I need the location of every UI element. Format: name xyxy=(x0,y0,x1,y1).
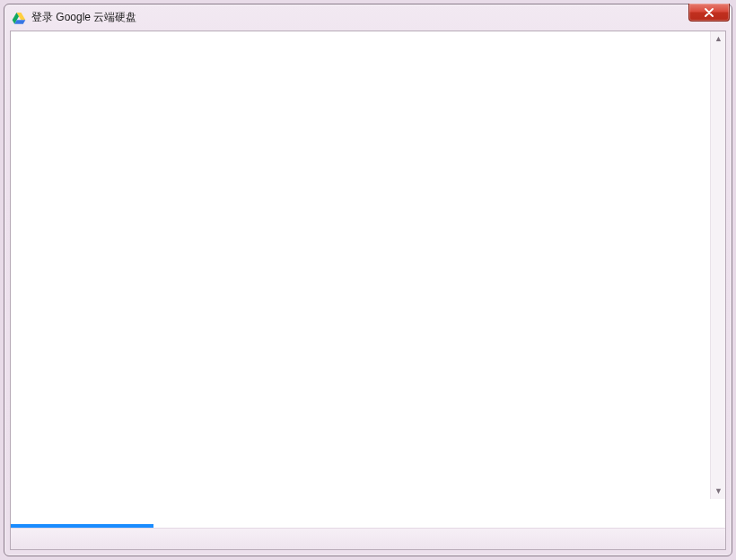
client-area: ▲ ▼ xyxy=(10,31,726,550)
google-drive-icon xyxy=(12,11,26,25)
loading-progress-fill xyxy=(11,524,153,528)
content-pane: ▲ ▼ xyxy=(11,31,725,524)
loading-progress-bar xyxy=(11,524,725,528)
status-bar xyxy=(11,528,725,549)
titlebar[interactable]: 登录 Google 云端硬盘 xyxy=(4,4,732,31)
app-window: 登录 Google 云端硬盘 ▲ ▼ xyxy=(4,4,732,556)
vertical-scrollbar[interactable]: ▲ ▼ xyxy=(710,31,725,499)
close-icon xyxy=(704,8,714,17)
close-button[interactable] xyxy=(688,4,730,22)
scroll-up-arrow-icon[interactable]: ▲ xyxy=(711,31,726,47)
scroll-down-arrow-icon[interactable]: ▼ xyxy=(711,484,726,499)
window-title: 登录 Google 云端硬盘 xyxy=(31,10,136,25)
